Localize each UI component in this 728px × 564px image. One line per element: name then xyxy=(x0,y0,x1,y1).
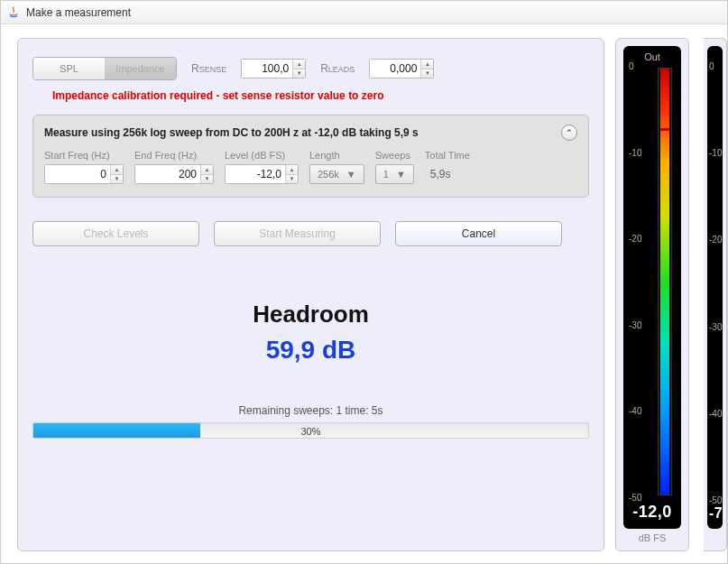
meter-tick: 0 xyxy=(629,61,634,71)
top-row: SPL Impedance RSENSE ▲ ▼ RLEADS xyxy=(32,57,589,80)
collapse-button[interactable]: ⌃ xyxy=(561,125,577,141)
start-freq-down[interactable]: ▼ xyxy=(111,175,123,184)
length-label: Length xyxy=(309,150,364,161)
mode-segmented: SPL Impedance xyxy=(32,57,177,80)
level-input[interactable] xyxy=(226,165,285,183)
level-down[interactable]: ▼ xyxy=(286,175,298,184)
headroom-value: 59,9 dB xyxy=(32,336,589,365)
titlebar: Make a measurement xyxy=(1,1,727,24)
r-sense-spinner: ▲ ▼ xyxy=(292,60,305,78)
r-sense-label: RSENSE xyxy=(191,62,226,75)
main-panel: SPL Impedance RSENSE ▲ ▼ RLEADS xyxy=(17,38,604,551)
start-freq-col: Start Freq (Hz) ▲▼ xyxy=(44,150,124,184)
progress-text: 30% xyxy=(33,423,588,439)
r-sense-sub: SENSE xyxy=(199,65,227,74)
r-leads-label: RLEADS xyxy=(320,62,355,75)
meter-tick: -50 xyxy=(709,495,722,505)
meter-tick: 0 xyxy=(709,61,714,71)
meter-out-peak xyxy=(660,128,669,131)
headroom-title: Headroom xyxy=(32,300,589,328)
end-freq-input[interactable] xyxy=(135,165,200,183)
meter-tick: -30 xyxy=(709,321,722,331)
meter-out-bar xyxy=(658,68,672,495)
content-area: SPL Impedance RSENSE ▲ ▼ RLEADS xyxy=(1,24,727,564)
window-title: Make a measurement xyxy=(26,6,131,19)
mode-impedance-button[interactable]: Impedance xyxy=(105,58,176,79)
progress-bar: 30% xyxy=(32,422,589,439)
meter-out-unit: dB FS xyxy=(623,532,681,543)
java-icon xyxy=(6,5,21,20)
total-time-value: 5,9s xyxy=(425,164,470,184)
r-leads-prefix: R xyxy=(320,62,328,75)
length-select[interactable]: 256k ▼ xyxy=(309,164,364,184)
r-sense-up[interactable]: ▲ xyxy=(293,60,305,69)
r-leads-down[interactable]: ▼ xyxy=(421,69,433,79)
sweep-header: Measure using 256k log sweep from DC to … xyxy=(44,125,577,141)
start-freq-input[interactable] xyxy=(45,165,110,183)
meter-tick: -40 xyxy=(709,408,722,418)
meter-tick: -20 xyxy=(709,235,722,245)
check-levels-button[interactable]: Check Levels xyxy=(32,221,199,246)
meter-out: Out 0-10-20-30-40-50 -12,0 xyxy=(623,46,681,529)
cancel-button[interactable]: Cancel xyxy=(395,221,562,246)
end-freq-col: End Freq (Hz) ▲▼ xyxy=(134,150,214,184)
level-label: Level (dB FS) xyxy=(225,150,299,161)
r-leads-sub: LEADS xyxy=(328,65,355,74)
r-sense-down[interactable]: ▼ xyxy=(293,69,305,79)
sweeps-label: Sweeps xyxy=(375,150,414,161)
r-sense-input[interactable] xyxy=(242,60,292,78)
meter-out-title: Out xyxy=(629,51,676,62)
level-col: Level (dB FS) ▲▼ xyxy=(225,150,299,184)
end-freq-label: End Freq (Hz) xyxy=(134,150,214,161)
meter-tick: -40 xyxy=(629,406,641,416)
meter-other-ticks: 0-10-20-30-40-50 xyxy=(709,66,721,500)
mode-spl-button[interactable]: SPL xyxy=(33,58,105,79)
meter-other: 0-10-20-30-40-50 -7 xyxy=(707,46,723,529)
calibration-warning: Impedance calibration required - set sen… xyxy=(52,89,589,102)
meter-tick: -10 xyxy=(709,148,722,158)
action-buttons-row: Check Levels Start Measuring Cancel xyxy=(32,221,589,246)
start-freq-up[interactable]: ▲ xyxy=(111,165,123,175)
total-time-label: Total Time xyxy=(425,150,470,161)
level-field: ▲▼ xyxy=(225,164,299,184)
meter-other-value: -7 xyxy=(709,505,721,522)
total-time-col: Total Time 5,9s xyxy=(425,150,470,184)
chevron-down-icon: ▼ xyxy=(392,169,410,180)
length-col: Length 256k ▼ xyxy=(309,150,364,184)
meter-out-value: -12,0 xyxy=(629,503,676,522)
meter-out-gradient xyxy=(660,69,669,495)
meter-out-panel: Out 0-10-20-30-40-50 -12,0 dB FS xyxy=(615,38,689,551)
meter-tick: -10 xyxy=(629,147,641,157)
end-freq-down[interactable]: ▼ xyxy=(201,175,213,184)
r-leads-up[interactable]: ▲ xyxy=(421,60,433,69)
r-leads-field: ▲ ▼ xyxy=(369,59,434,79)
meter-area: Out 0-10-20-30-40-50 -12,0 dB FS xyxy=(615,24,727,564)
meter-other-panel: 0-10-20-30-40-50 -7 xyxy=(704,38,727,551)
dialog-window: Make a measurement SPL Impedance RSENSE … xyxy=(0,0,728,564)
meter-tick: -20 xyxy=(629,234,641,244)
r-leads-spinner: ▲ ▼ xyxy=(420,60,433,78)
chevron-down-icon: ▼ xyxy=(343,169,360,180)
sweep-summary: Measure using 256k log sweep from DC to … xyxy=(44,126,419,139)
start-freq-label: Start Freq (Hz) xyxy=(44,150,124,161)
meter-other-unit xyxy=(707,532,723,543)
meter-tick: -50 xyxy=(629,493,641,503)
end-freq-field: ▲▼ xyxy=(134,164,214,184)
status-line: Remaining sweeps: 1 time: 5s xyxy=(32,404,589,417)
length-value: 256k xyxy=(314,169,343,180)
chevron-up-icon: ⌃ xyxy=(566,128,573,137)
start-freq-field: ▲▼ xyxy=(44,164,124,184)
meter-other-scale: 0-10-20-30-40-50 xyxy=(709,66,721,500)
r-sense-field: ▲ ▼ xyxy=(241,59,306,79)
sweeps-select[interactable]: 1 ▼ xyxy=(375,164,414,184)
r-sense-prefix: R xyxy=(191,62,199,75)
sweeps-value: 1 xyxy=(380,169,392,180)
meter-out-scale: 0-10-20-30-40-50 xyxy=(629,66,676,497)
r-leads-input[interactable] xyxy=(370,60,420,78)
meter-tick: -30 xyxy=(629,319,641,329)
headroom-display: Headroom 59,9 dB xyxy=(32,300,589,365)
start-measuring-button[interactable]: Start Measuring xyxy=(214,221,381,246)
sweeps-col: Sweeps 1 ▼ xyxy=(375,150,414,184)
end-freq-up[interactable]: ▲ xyxy=(201,165,213,175)
level-up[interactable]: ▲ xyxy=(286,165,298,175)
